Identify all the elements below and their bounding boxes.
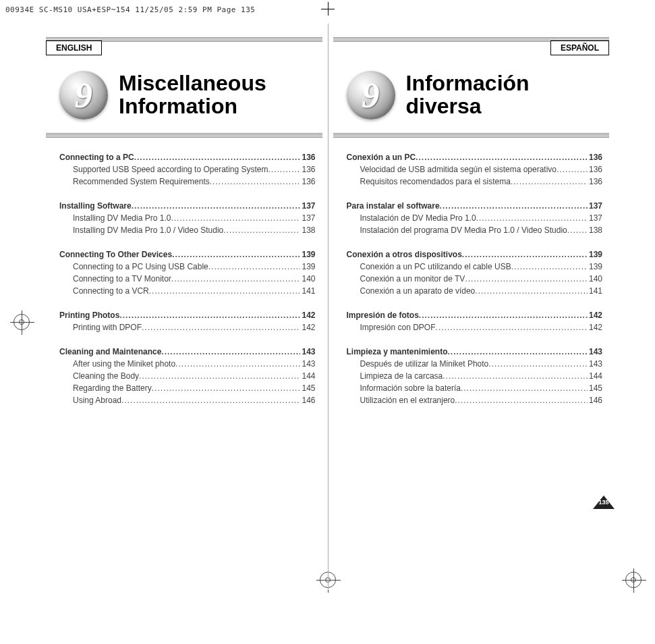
chapter-title-line2: Information (119, 95, 266, 118)
toc-right: Conexión a un PC136Velocidad de USB admi… (333, 151, 610, 406)
toc-label: Connecting to a TV Monitor (73, 273, 171, 285)
toc-leader-dots (511, 261, 588, 273)
toc-entry-main: Installing Software137 (59, 200, 316, 212)
toc-label: Recommended System Requirements (73, 176, 210, 188)
toc-label: Limpieza y mantenimiento (347, 346, 448, 358)
chapter-title-line1: Miscellaneous (119, 72, 266, 95)
toc-entry-main: Cleaning and Maintenance143 (59, 346, 316, 358)
page-number-marker: 135 (593, 495, 615, 509)
toc-leader-dots (172, 248, 300, 261)
language-label-english: ENGLISH (46, 41, 102, 55)
toc-page: 143 (588, 358, 602, 370)
toc-label: Connecting to a VCR (73, 285, 149, 297)
toc-leader-dots (171, 212, 300, 224)
toc-leader-dots (142, 321, 300, 333)
toc-label: Conexión a un PC (347, 151, 416, 163)
chapter-number: 9 (75, 76, 92, 115)
toc-leader-dots (567, 224, 588, 236)
toc-leader-dots (149, 285, 301, 297)
toc-page: 143 (300, 358, 315, 370)
right-column: ESPAÑOL 9 Información diversa Conexión a… (328, 24, 615, 590)
toc-label: Conexión a otros dispositivos (347, 248, 462, 261)
toc-entry-sub: Instalación de DV Media Pro 1.0137 (347, 212, 603, 224)
toc-entry-sub: Velocidad de USB admitida según el siste… (347, 163, 603, 176)
toc-page: 139 (300, 261, 315, 273)
toc-section: Connecting To Other Devices139Connecting… (59, 248, 316, 297)
toc-leader-dots (440, 200, 588, 212)
toc-label: Installing DV Media Pro 1.0 (73, 212, 171, 224)
toc-entry-main: Printing Photos142 (59, 309, 316, 321)
toc-leader-dots (448, 346, 588, 358)
toc-page: 139 (588, 248, 602, 261)
toc-section: Cleaning and Maintenance143After using t… (59, 346, 316, 406)
toc-page: 136 (300, 151, 315, 163)
toc-page: 136 (588, 163, 602, 176)
toc-leader-dots (462, 248, 588, 261)
toc-section: Connecting to a PC136Supported USB Speed… (59, 151, 316, 188)
toc-entry-sub: Installing DV Media Pro 1.0 / Video Stud… (59, 224, 316, 236)
toc-page: 137 (588, 212, 602, 224)
toc-entry-sub: Impresión con DPOF142 (347, 321, 603, 333)
toc-page: 142 (588, 321, 602, 333)
page-content: ENGLISH 9 Miscellaneous Information Conn… (40, 24, 615, 590)
toc-entry-sub: Requisitos recomendados para el sistema1… (347, 176, 603, 188)
toc-entry-main: Impresión de fotos142 (347, 309, 603, 321)
rule-lines (333, 133, 610, 138)
print-job-header: 00934E SC-MS10 USA+ESP~154 11/25/05 2:59… (5, 5, 255, 14)
toc-page: 136 (300, 163, 315, 176)
toc-label: Supported USB Speed according to Operati… (73, 163, 268, 176)
chapter-title-line1: Información (406, 72, 530, 95)
toc-entry-sub: Conexión a un aparato de vídeo141 (347, 285, 603, 297)
toc-leader-dots (443, 370, 588, 382)
toc-label: Impresión con DPOF (360, 321, 436, 333)
toc-leader-dots (171, 273, 301, 285)
toc-page: 136 (588, 151, 602, 163)
toc-leader-dots (208, 261, 301, 273)
toc-leader-dots (436, 321, 588, 333)
toc-leader-dots (119, 309, 300, 321)
toc-entry-sub: Connecting to a VCR141 (59, 285, 316, 297)
chapter-title: Miscellaneous Information (119, 72, 266, 117)
toc-leader-dots (416, 151, 588, 163)
toc-page: 137 (300, 200, 315, 212)
toc-label: Cleaning the Body (73, 370, 139, 382)
toc-entry-sub: Regarding the Battery145 (59, 382, 316, 394)
toc-page: 144 (588, 370, 602, 382)
toc-label: Installing Software (59, 200, 132, 212)
toc-leader-dots (465, 273, 588, 285)
toc-label: After using the Miniket photo (73, 358, 175, 370)
toc-page: 146 (300, 394, 315, 406)
toc-page: 141 (588, 285, 602, 297)
toc-entry-sub: Using Abroad146 (59, 394, 316, 406)
toc-leader-dots (476, 212, 588, 224)
toc-label: Installing DV Media Pro 1.0 / Video Stud… (73, 224, 223, 236)
toc-leader-dots (134, 151, 301, 163)
toc-page: 142 (300, 321, 315, 333)
toc-page: 143 (300, 346, 315, 358)
toc-label: Connecting to a PC Using USB Cable (73, 261, 208, 273)
toc-entry-sub: Conexión a un PC utilizando el cable USB… (347, 261, 603, 273)
toc-label: Utilización en el extranjero (360, 394, 455, 406)
toc-page: 140 (300, 273, 315, 285)
toc-label: Instalación del programa DV Media Pro 1.… (360, 224, 567, 236)
toc-leader-dots (455, 394, 588, 406)
toc-leader-dots (210, 176, 301, 188)
toc-entry-sub: Instalación del programa DV Media Pro 1.… (347, 224, 603, 236)
toc-page: 142 (588, 309, 602, 321)
toc-section: Para instalar el software137Instalación … (347, 200, 603, 236)
toc-page: 140 (588, 273, 602, 285)
toc-leader-dots (557, 163, 588, 176)
toc-leader-dots (475, 285, 588, 297)
chapter-title: Información diversa (406, 72, 530, 117)
toc-left: Connecting to a PC136Supported USB Speed… (46, 151, 322, 406)
toc-leader-dots (132, 200, 301, 212)
toc-label: Using Abroad (73, 394, 121, 406)
crop-mark-icon (322, 3, 333, 14)
toc-page: 145 (588, 382, 602, 394)
toc-leader-dots (139, 370, 300, 382)
toc-section: Impresión de fotos142Impresión con DPOF1… (347, 309, 603, 333)
toc-entry-sub: Connecting to a PC Using USB Cable139 (59, 261, 316, 273)
toc-entry-sub: Recommended System Requirements136 (59, 176, 316, 188)
left-column: ENGLISH 9 Miscellaneous Information Conn… (40, 24, 328, 590)
toc-page: 138 (588, 224, 602, 236)
